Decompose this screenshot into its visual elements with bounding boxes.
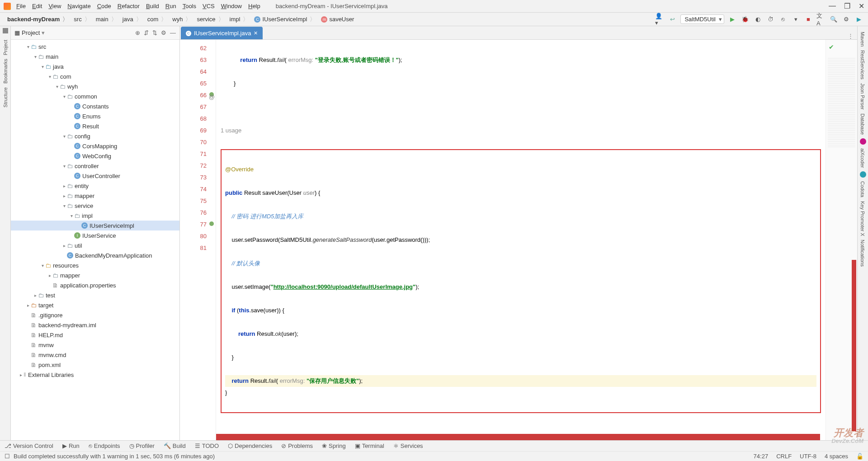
line-number[interactable]: 74 — [180, 183, 207, 195]
tree-node-usercontroller[interactable]: CUserController — [11, 171, 179, 181]
line-number[interactable]: 77 — [180, 219, 207, 230]
line-number[interactable]: 63 — [180, 54, 207, 66]
menu-tools[interactable]: Tools — [183, 3, 196, 9]
line-number[interactable]: 81 — [180, 242, 207, 254]
breadcrumb-service[interactable]: service〉 — [194, 15, 226, 24]
tree-node-entity[interactable]: ▸🗀entity — [11, 181, 179, 191]
tree-node-wyh[interactable]: ▾🗀wyh — [11, 81, 179, 91]
tree-node-application-properties[interactable]: 🗎application.properties — [11, 280, 179, 290]
line-number[interactable]: 72 — [180, 160, 207, 172]
line-number[interactable]: 68 — [180, 113, 207, 125]
indent-setting[interactable]: 4 spaces — [825, 453, 848, 460]
readonly-icon[interactable]: 🔓 — [856, 453, 863, 460]
line-number[interactable]: 75 — [180, 195, 207, 207]
line-number[interactable]: 62 — [180, 42, 207, 54]
breadcrumb-saveuser[interactable]: msaveUser — [318, 16, 357, 23]
right-tab-codota-icon[interactable] — [860, 171, 866, 178]
menu-run[interactable]: Run — [165, 3, 176, 9]
debug-icon[interactable]: 🐞 — [741, 15, 750, 24]
profile-icon[interactable]: ⏱ — [766, 15, 775, 24]
file-encoding[interactable]: UTF-8 — [800, 453, 816, 460]
tree-node-common[interactable]: ▾🗀common — [11, 91, 179, 101]
tree-node-target[interactable]: ▸🗀target — [11, 300, 179, 310]
menu-navigate[interactable]: Navigate — [67, 3, 90, 9]
menu-refactor[interactable]: Refactor — [118, 3, 140, 9]
line-separator[interactable]: CRLF — [776, 453, 792, 460]
bottom-tab-dependencies[interactable]: ⬡Dependencies — [228, 442, 272, 449]
bottom-tab-build[interactable]: 🔨Build — [164, 442, 186, 449]
back-icon[interactable]: ↩ — [668, 15, 677, 24]
breadcrumb-main[interactable]: main〉 — [93, 15, 120, 24]
tree-node-util[interactable]: ▸🗀util — [11, 240, 179, 250]
hide-panel-icon[interactable]: — — [170, 29, 176, 36]
user-icon[interactable]: 👤▾ — [655, 15, 664, 24]
tree-node-mapper[interactable]: ▸🗀mapper — [11, 191, 179, 201]
translate-icon[interactable]: 文A — [816, 15, 826, 24]
tab-options-icon[interactable]: ⋮ — [848, 33, 854, 39]
tree-node-iuserserviceimpl[interactable]: CIUserServiceImpl — [11, 221, 179, 230]
menu-help[interactable]: Help — [248, 3, 260, 9]
menu-view[interactable]: View — [48, 3, 61, 9]
line-number[interactable]: 73 — [180, 172, 207, 183]
panel-settings-icon[interactable]: ⚙ — [161, 29, 166, 36]
right-tab-maven[interactable]: Maven — [860, 32, 865, 47]
right-tab-codota[interactable]: Codota — [860, 181, 865, 197]
tree-node-service[interactable]: ▾🗀service — [11, 201, 179, 211]
right-tab-aixcoder[interactable]: aiXcoder — [860, 148, 865, 168]
expand-all-icon[interactable]: ⇵ — [144, 29, 149, 36]
tree-node-backendmydreamapplication[interactable]: CBackendMyDreamApplication — [11, 250, 179, 260]
menu-edit[interactable]: Edit — [32, 3, 42, 9]
bottom-tab-profiler[interactable]: ◷Profiler — [129, 442, 155, 449]
right-tab-aixcoder-icon[interactable] — [860, 138, 866, 145]
tree-node-src[interactable]: ▾🗀src — [11, 42, 179, 52]
line-number[interactable]: 71 — [180, 148, 207, 160]
bottom-tab-todo[interactable]: ☰TODO — [195, 442, 219, 449]
maximize-button[interactable]: ❐ — [844, 2, 850, 10]
tree-node-external-libraries[interactable]: ▸⫴External Libraries — [11, 370, 179, 380]
menu-code[interactable]: Code — [97, 3, 111, 9]
bottom-tab-spring[interactable]: ❀Spring — [322, 442, 346, 449]
run-config-selector[interactable]: SaltMD5Util — [680, 14, 724, 24]
line-number[interactable]: 64 — [180, 66, 207, 78]
breadcrumb-java[interactable]: java〉 — [120, 15, 145, 24]
collapse-all-icon[interactable]: ⇅ — [152, 29, 157, 36]
stop-icon[interactable]: ■ — [804, 15, 813, 24]
tree-node-iuserservice[interactable]: IIUserService — [11, 230, 179, 240]
breadcrumb-src[interactable]: src〉 — [71, 15, 93, 24]
tree-node-pom-xml[interactable]: 🗎pom.xml — [11, 360, 179, 370]
tree-node-controller[interactable]: ▾🗀controller — [11, 161, 179, 171]
tree-node-mvnw[interactable]: 🗎mvnw — [11, 340, 179, 350]
search-icon[interactable]: 🔍 — [829, 15, 838, 24]
tree-node-config[interactable]: ▾🗀config — [11, 131, 179, 141]
breadcrumb-impl[interactable]: impl〉 — [227, 15, 252, 24]
bottom-tab-terminal[interactable]: ▣Terminal — [355, 442, 384, 449]
left-tab-structure[interactable]: Structure — [3, 87, 8, 108]
bottom-tab-endpoints[interactable]: ⎋Endpoints — [89, 442, 120, 449]
run-icon[interactable]: ▶ — [728, 15, 737, 24]
line-number[interactable]: 70 — [180, 136, 207, 148]
right-tab-json-parser[interactable]: Json Parser — [860, 83, 865, 110]
breadcrumb-iuserserviceimpl[interactable]: CIUserServiceImpl〉 — [251, 15, 318, 24]
tree-node-constants[interactable]: CConstants — [11, 101, 179, 111]
select-opened-icon[interactable]: ⊕ — [135, 29, 140, 36]
left-tab-project[interactable]: Project — [3, 40, 8, 55]
settings-icon[interactable]: ⚙ — [842, 15, 851, 24]
editor-gutter[interactable]: 6263646566@67686970717273747576778081 — [180, 40, 216, 440]
line-number[interactable]: 69 — [180, 125, 207, 136]
usage-hint[interactable]: 1 usage — [221, 125, 821, 136]
coverage-icon[interactable]: ◐ — [753, 15, 762, 24]
tree-node-resources[interactable]: ▾🗀resources — [11, 260, 179, 270]
event-log-icon[interactable]: ☐ — [5, 453, 10, 460]
breadcrumb-com[interactable]: com〉 — [145, 15, 170, 24]
tree-node-test[interactable]: ▸🗀test — [11, 290, 179, 300]
menu-vcs[interactable]: VCS — [203, 3, 215, 9]
tree-node-result[interactable]: CResult — [11, 121, 179, 131]
bottom-tab-version-control[interactable]: ⎇Version Control — [5, 442, 53, 449]
project-tool-icon[interactable] — [3, 28, 8, 33]
right-tab-key-promoter-x[interactable]: Key Promoter X — [860, 201, 865, 236]
tree-node-webconfig[interactable]: CWebConfig — [11, 151, 179, 161]
close-button[interactable]: ✕ — [859, 2, 864, 10]
project-panel-title[interactable]: ▦Project▾ — [14, 29, 45, 36]
tree-node--gitignore[interactable]: 🗎.gitignore — [11, 310, 179, 320]
menu-file[interactable]: File — [16, 3, 26, 9]
